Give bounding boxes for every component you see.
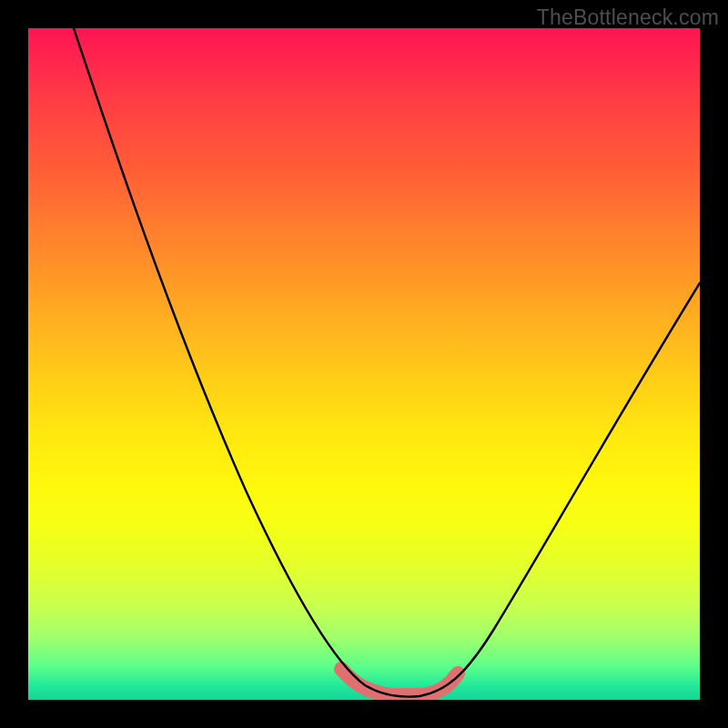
plot-area xyxy=(28,28,700,700)
watermark-text: TheBottleneck.com xyxy=(537,5,719,30)
chart-frame: TheBottleneck.com xyxy=(0,0,728,728)
curve-layer xyxy=(28,28,700,700)
valley-band xyxy=(341,669,458,695)
bottleneck-curve xyxy=(74,28,700,697)
